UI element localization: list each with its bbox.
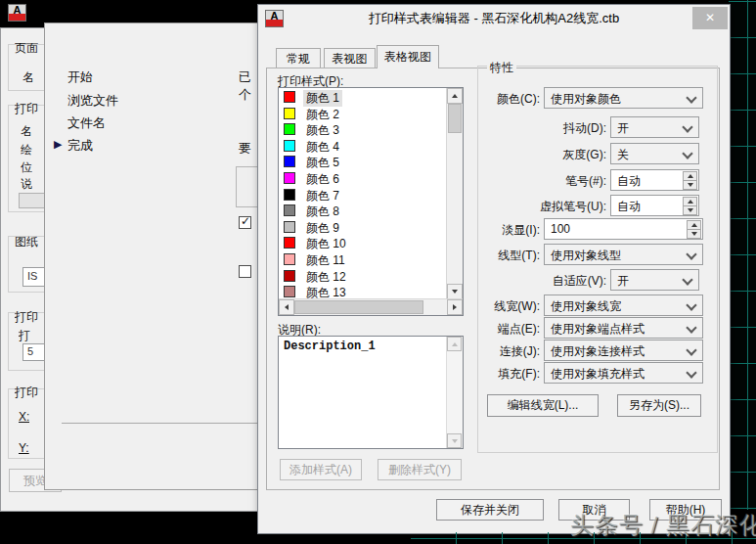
property-dropdown[interactable]: 使用对象连接样式 [544, 340, 703, 361]
scroll-left-icon[interactable] [279, 299, 294, 315]
page-setup-label: 图纸 [15, 234, 38, 250]
list-item[interactable]: 颜色 5 [280, 154, 426, 169]
color-swatch-icon [284, 253, 295, 265]
spinner-buttons[interactable] [683, 197, 697, 214]
current-step-marker-icon: ▶ [54, 138, 62, 151]
property-spinner[interactable]: 100 [544, 218, 703, 240]
dialog-icon-letter: A [266, 10, 283, 22]
autocad-canvas-grid-right [729, 0, 756, 544]
color-swatch-icon [284, 189, 295, 201]
chevron-down-icon [686, 249, 696, 259]
description-scrollbar[interactable] [446, 337, 463, 448]
property-dropdown[interactable]: 使用对象颜色 [544, 87, 703, 109]
scrollbar-thumb[interactable] [448, 104, 462, 133]
spinner-buttons[interactable] [683, 171, 697, 189]
page-setup-label: 打印 [15, 101, 38, 117]
delete-style-button[interactable]: 删除样式(Y) [378, 459, 462, 480]
list-item[interactable]: 颜色 2 [280, 106, 426, 121]
property-dropdown[interactable]: 开 [610, 116, 699, 138]
page-setup-label: 说 [21, 176, 32, 193]
list-item[interactable]: 颜色 6 [280, 170, 426, 186]
wizard-step-4[interactable]: 完成 [67, 137, 93, 155]
spin-down-button[interactable] [683, 180, 697, 190]
color-swatch-icon [284, 172, 295, 184]
plot-style-name: 颜色 10 [303, 236, 349, 252]
description-textarea[interactable]: Description_1 [278, 336, 464, 449]
plot-style-name: 颜色 9 [303, 220, 342, 237]
list-item[interactable]: 颜色 13 [280, 284, 426, 299]
wizard-step-1[interactable]: 开始 [67, 68, 93, 86]
wizard-step-3[interactable]: 文件名 [67, 114, 106, 132]
scroll-up-icon[interactable] [447, 337, 462, 351]
property-dropdown[interactable]: 使用对象线宽 [544, 295, 703, 316]
plot-style-name: 颜色 2 [303, 107, 342, 123]
page-setup-label: X: [19, 410, 29, 424]
property-dropdown[interactable]: 使用对象填充样式 [544, 362, 703, 384]
property-label: 淡显(I): [481, 222, 540, 239]
property-label: 笔号(#): [481, 173, 606, 190]
page-setup-label: Y: [19, 441, 29, 455]
plot-style-list[interactable]: 颜色 1颜色 2颜色 3颜色 4颜色 5颜色 6颜色 7颜色 8颜色 9颜色 1… [278, 87, 464, 316]
property-dropdown[interactable]: 开 [610, 269, 699, 291]
screen: A 页面名打印名绘位说图纸打印打打印X:Y: IS 5 预览 开始浏览文件文件名… [0, 0, 756, 544]
down-arrow-icon [691, 232, 697, 236]
chevron-down-icon [686, 322, 696, 333]
up-arrow-icon [691, 223, 697, 227]
page-setup-label: 打印 [15, 309, 38, 326]
scroll-right-icon[interactable] [447, 299, 463, 315]
color-swatch-icon [284, 221, 295, 233]
color-swatch-icon [284, 204, 295, 216]
property-label: 颜色(C): [481, 91, 540, 108]
scroll-down-icon[interactable] [447, 433, 462, 448]
list-item[interactable]: 颜色 7 [280, 187, 426, 203]
property-spinner[interactable]: 自动 [610, 195, 699, 216]
list-item[interactable]: 颜色 3 [280, 121, 426, 137]
property-label: 填充(F): [481, 366, 540, 383]
edit-lineweights-button[interactable]: 编辑线宽(L)... [487, 394, 599, 417]
spinner-buttons[interactable] [687, 220, 701, 238]
up-arrow-icon [688, 200, 693, 204]
scroll-down-icon[interactable] [447, 284, 463, 299]
scrollbar-thumb[interactable] [294, 300, 423, 314]
scroll-up-icon[interactable] [447, 88, 463, 104]
autocad-app-icon[interactable]: A [8, 4, 26, 22]
tab-常规[interactable]: 常规 [276, 48, 321, 68]
property-dropdown[interactable]: 使用对象线型 [544, 244, 703, 265]
list-item[interactable]: 颜色 8 [280, 203, 426, 218]
list-horizontal-scrollbar[interactable] [279, 298, 463, 315]
description-value: Description_1 [284, 340, 376, 353]
wizard-checkbox-1[interactable]: ✓ [239, 216, 251, 229]
tab-表格视图[interactable]: 表格视图 [377, 45, 439, 68]
property-dropdown[interactable]: 关 [610, 143, 699, 164]
property-label: 虚拟笔号(U): [481, 199, 606, 215]
save-as-button[interactable]: 另存为(S)... [617, 394, 701, 417]
save-and-close-button[interactable]: 保存并关闭 [436, 499, 544, 521]
properties-group-label: 特性 [487, 60, 516, 76]
list-item[interactable]: 颜色 11 [280, 251, 426, 267]
property-spinner[interactable]: 自动 [610, 169, 699, 191]
chevron-down-icon [682, 274, 692, 285]
wizard-clipped-text: 个 [239, 86, 251, 104]
spin-down-button[interactable] [683, 205, 697, 215]
list-item[interactable]: 颜色 9 [280, 219, 426, 235]
list-item[interactable]: 颜色 10 [280, 235, 426, 250]
list-item[interactable]: 颜色 12 [280, 268, 426, 284]
page-setup-label: 打 [19, 328, 30, 344]
tab-表视图[interactable]: 表视图 [324, 48, 376, 68]
list-item[interactable]: 颜色 1 [280, 89, 426, 105]
plot-style-name: 颜色 7 [303, 188, 342, 204]
spin-down-button[interactable] [687, 229, 701, 239]
color-swatch-icon [284, 156, 295, 167]
page-setup-label: 绘 [21, 142, 32, 159]
add-style-button[interactable]: 添加样式(A) [280, 459, 362, 480]
list-vertical-scrollbar[interactable] [446, 88, 463, 299]
properties-mini-button[interactable] [19, 193, 46, 208]
wizard-step-2[interactable]: 浏览文件 [67, 92, 118, 110]
property-dropdown[interactable]: 使用对象端点样式 [544, 317, 703, 339]
property-label: 线型(T): [481, 248, 540, 264]
chevron-down-icon [686, 367, 696, 378]
wizard-checkbox-2[interactable] [239, 265, 251, 278]
property-label: 线宽(W): [481, 298, 540, 315]
close-button[interactable]: ✕ [692, 7, 728, 29]
list-item[interactable]: 颜色 4 [280, 138, 426, 154]
